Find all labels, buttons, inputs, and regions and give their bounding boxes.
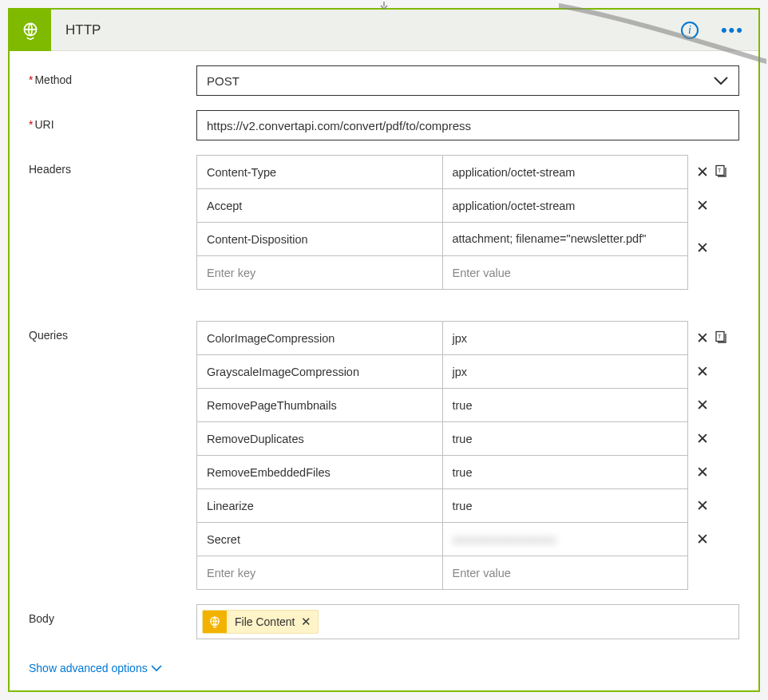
table-row: Enter keyEnter value — [197, 556, 688, 590]
show-advanced-options-button[interactable]: Show advanced options — [29, 662, 162, 674]
queries-row-actions: ✕ T ✕ ✕ ✕ ✕ — [688, 321, 739, 589]
delete-query-button[interactable]: ✕ — [696, 364, 709, 379]
chevron-down-icon — [713, 75, 729, 86]
query-key-input[interactable]: Secret — [197, 523, 443, 556]
method-value: POST — [207, 74, 240, 88]
more-menu-button[interactable]: ••• — [721, 28, 744, 33]
headers-row-actions: ✕ T ✕ ✕ — [688, 155, 739, 306]
delete-header-button[interactable]: ✕ — [696, 240, 709, 255]
table-row: Content-Type application/octet-stream — [197, 156, 688, 189]
label-queries: Queries — [29, 321, 196, 342]
switch-to-text-mode-button[interactable]: T — [714, 164, 728, 179]
info-icon[interactable]: i — [681, 22, 699, 39]
row-method: *Method POST — [29, 65, 739, 96]
svg-text:T: T — [718, 168, 722, 173]
table-row: Enter key Enter value — [197, 256, 688, 290]
query-key-input[interactable]: RemoveDuplicates — [197, 422, 443, 456]
body-input[interactable]: File Content ✕ — [196, 604, 739, 639]
uri-input[interactable]: https://v2.convertapi.com/convert/pdf/to… — [196, 110, 739, 140]
row-body: Body File Content — [29, 604, 739, 639]
query-key-input[interactable]: RemovePageThumbnails — [197, 389, 443, 422]
token-label: File Content — [227, 615, 301, 628]
query-key-input[interactable]: Linearize — [197, 489, 443, 523]
delete-header-button[interactable]: ✕ — [696, 164, 709, 180]
table-row: Secretxxxxxxxxxxxxxxxxxx — [197, 523, 688, 556]
query-value-input-obscured[interactable]: xxxxxxxxxxxxxxxxxx — [442, 523, 688, 556]
query-value-input[interactable]: true — [442, 422, 688, 456]
query-value-input[interactable]: jpx — [442, 322, 688, 355]
label-body: Body — [29, 604, 196, 625]
table-row: Linearizetrue — [197, 489, 688, 523]
headers-table: Content-Type application/octet-stream Ac… — [196, 155, 688, 290]
table-row: RemovePageThumbnailstrue — [197, 389, 688, 422]
switch-to-text-mode-button[interactable]: T — [714, 330, 728, 345]
row-uri: *URI https://v2.convertapi.com/convert/p… — [29, 110, 739, 140]
header-value-input[interactable]: attachment; filename="newsletter.pdf" — [442, 223, 688, 256]
query-value-input[interactable]: jpx — [442, 355, 688, 389]
label-uri: *URI — [29, 110, 196, 131]
method-select[interactable]: POST — [196, 65, 739, 96]
header-key-input[interactable]: Content-Type — [197, 156, 443, 189]
card-title: HTTP — [65, 22, 681, 38]
table-row: RemoveDuplicatestrue — [197, 422, 688, 456]
query-key-input[interactable]: GrayscaleImageCompression — [197, 355, 443, 389]
delete-query-button[interactable]: ✕ — [696, 498, 709, 513]
delete-query-button[interactable]: ✕ — [696, 330, 709, 346]
http-icon — [10, 10, 51, 51]
table-row: RemoveEmbeddedFilestrue — [197, 456, 688, 489]
delete-query-button[interactable]: ✕ — [696, 465, 709, 480]
delete-query-button[interactable]: ✕ — [696, 397, 709, 413]
query-value-input[interactable]: true — [442, 456, 688, 489]
dynamic-content-token[interactable]: File Content ✕ — [202, 610, 319, 634]
query-value-input[interactable]: true — [442, 489, 688, 523]
svg-text:T: T — [718, 334, 722, 339]
header-value-input[interactable]: application/octet-stream — [442, 156, 688, 189]
chevron-down-icon — [151, 664, 162, 672]
remove-token-button[interactable]: ✕ — [301, 615, 318, 629]
table-row: Content-Disposition attachment; filename… — [197, 223, 688, 256]
header-key-placeholder[interactable]: Enter key — [197, 256, 443, 290]
query-key-input[interactable]: RemoveEmbeddedFiles — [197, 456, 443, 489]
advanced-label: Show advanced options — [29, 662, 148, 674]
header-key-input[interactable]: Accept — [197, 189, 443, 223]
queries-table: ColorImageCompressionjpx GrayscaleImageC… — [196, 321, 688, 590]
table-row: ColorImageCompressionjpx — [197, 322, 688, 355]
query-value-input[interactable]: true — [442, 389, 688, 422]
label-headers: Headers — [29, 155, 196, 176]
header-key-input[interactable]: Content-Disposition — [197, 223, 443, 256]
delete-query-button[interactable]: ✕ — [696, 431, 709, 446]
query-value-placeholder[interactable]: Enter value — [442, 556, 688, 590]
http-action-card: HTTP i ••• *Method POST *URI https://v2.… — [8, 8, 760, 692]
query-key-placeholder[interactable]: Enter key — [197, 556, 443, 590]
header-value-input[interactable]: application/octet-stream — [442, 189, 688, 223]
row-queries: Queries ColorImageCompressionjpx Graysca… — [29, 321, 739, 590]
delete-query-button[interactable]: ✕ — [696, 532, 709, 547]
table-row: Accept application/octet-stream — [197, 189, 688, 223]
globe-token-icon — [203, 610, 227, 634]
delete-header-button[interactable]: ✕ — [696, 198, 709, 213]
connector-arrow-top-icon — [378, 2, 390, 10]
uri-value: https://v2.convertapi.com/convert/pdf/to… — [207, 119, 471, 132]
label-method: *Method — [29, 65, 196, 86]
row-headers: Headers Content-Type application/octet-s… — [29, 155, 739, 306]
card-header: HTTP i ••• — [10, 10, 758, 51]
table-row: GrayscaleImageCompressionjpx — [197, 355, 688, 389]
query-key-input[interactable]: ColorImageCompression — [197, 322, 443, 355]
header-value-placeholder[interactable]: Enter value — [442, 256, 688, 290]
